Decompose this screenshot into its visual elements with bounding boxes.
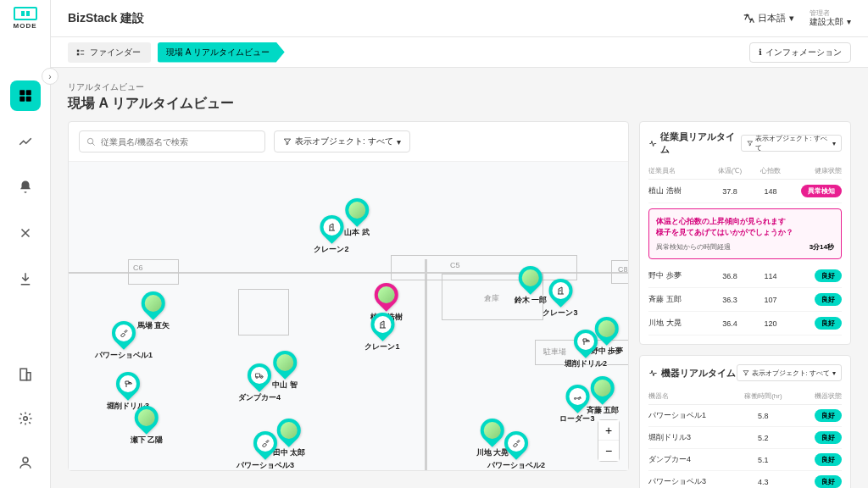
filter-icon (747, 140, 754, 147)
breadcrumb-current-label: 現場 A リアルタイムビュー (166, 47, 270, 58)
sidebar: MODE › (0, 0, 51, 488)
svg-rect-9 (77, 53, 80, 55)
pin-label: 瀬下 乙陽 (131, 435, 164, 446)
breadcrumb-current[interactable]: 現場 A リアルタイムビュー (158, 42, 285, 63)
map-pin[interactable]: クレーン3 (542, 279, 577, 319)
search-input-wrapper[interactable] (79, 130, 265, 152)
pin-marker (111, 367, 145, 401)
equipment-icon (323, 219, 340, 236)
chevron-down-icon: ▾ (789, 13, 794, 24)
status-badge: 良好 (815, 317, 842, 330)
page-supertitle: リアルタイムビュー (68, 81, 851, 93)
pin-marker (365, 308, 399, 341)
employee-row[interactable]: 野中 歩夢36.8114良好 (648, 264, 842, 288)
map-pin[interactable]: パワーショベル1 (95, 321, 153, 361)
nav-dashboard[interactable] (10, 80, 41, 111)
logo-text: MODE (14, 22, 37, 30)
pin-marker (370, 278, 403, 312)
avatar (378, 286, 395, 303)
nav-tools[interactable] (10, 218, 41, 248)
information-button[interactable]: ℹ インフォメーション (749, 42, 851, 63)
nav-account[interactable] (10, 447, 41, 478)
zone-parking: 駐車場 (543, 347, 566, 358)
nav-analytics[interactable] (10, 126, 41, 157)
status-badge: 良好 (815, 475, 842, 488)
nav-alerts[interactable] (10, 172, 41, 202)
nav-org[interactable] (10, 359, 41, 390)
breadcrumb-finder-label: ファインダー (90, 47, 141, 58)
equipment-icon (577, 333, 594, 350)
pin-marker (543, 274, 577, 308)
language-label: 日本語 (758, 12, 786, 25)
translate-icon (743, 13, 754, 25)
zoom-in-button[interactable]: + (598, 420, 619, 441)
employees-filter-button[interactable]: 表示オブジェクト: すべて ▾ (741, 135, 842, 152)
user-role: 管理者 (810, 9, 851, 18)
user-name: 建設太郎 (810, 17, 843, 27)
map-toolbar: 表示オブジェクト: すべて ▾ (69, 122, 628, 162)
pin-label: ダンプカー4 (238, 392, 281, 403)
building-icon (18, 367, 33, 382)
equipment-row[interactable]: パワーショベル34.3良好 (648, 471, 842, 488)
map-pin[interactable]: クレーン2 (314, 215, 348, 255)
map-filter-button[interactable]: 表示オブジェクト: すべて ▾ (274, 130, 410, 152)
employee-row-alert[interactable]: 植山 浩樹 37.8 148 異常検知 (648, 180, 842, 203)
svg-rect-4 (20, 369, 27, 380)
topbar: BizStack 建設 日本語 ▾ 管理者 建設太郎▾ (51, 0, 868, 37)
equipment-icon (508, 435, 525, 452)
employee-row[interactable]: 斉藤 五郎36.3107良好 (648, 288, 842, 312)
map-pin[interactable]: 堀削ドリル2 (565, 330, 607, 369)
map-pin[interactable]: 瀬下 乙陽 (131, 406, 164, 446)
chevron-down-icon: ▾ (397, 137, 401, 147)
employees-panel-title: 従業員リアルタイム (648, 130, 741, 156)
map-pin[interactable]: クレーン1 (364, 313, 399, 352)
zoom-out-button[interactable]: − (598, 441, 619, 461)
map-pin[interactable]: ローダー3 (559, 385, 594, 424)
map-pin[interactable]: パワーショベル3 (236, 431, 294, 470)
employee-row[interactable]: 川地 大晃36.4120良好 (648, 312, 842, 336)
pin-label: 堀削ドリル2 (565, 358, 607, 369)
pin-label: クレーン1 (364, 341, 399, 352)
nav-download[interactable] (10, 263, 41, 294)
equipment-row[interactable]: ダンプカー45.1良好 (648, 449, 842, 471)
avatar (522, 269, 539, 286)
user-menu[interactable]: 管理者 建設太郎▾ (810, 9, 851, 28)
pin-label: ローダー3 (559, 413, 594, 424)
employees-panel: 従業員リアルタイム 表示オブジェクト: すべて ▾ 従業員名 体温(℃) 心拍数… (639, 121, 851, 345)
avatar (138, 409, 155, 426)
map-card: 表示オブジェクト: すべて ▾ (68, 121, 629, 471)
nav-settings[interactable] (10, 403, 41, 434)
equipment-filter-button[interactable]: 表示オブジェクト: すべて ▾ (737, 364, 842, 381)
pin-label: 鈴木 一郎 (515, 295, 548, 306)
pin-marker (136, 286, 170, 320)
pin-marker (560, 380, 594, 413)
equipment-row[interactable]: 堀削ドリル35.2良好 (648, 427, 842, 449)
status-badge: 良好 (815, 453, 842, 466)
map-pin[interactable]: パワーショベル2 (487, 431, 545, 470)
language-selector[interactable]: 日本語 ▾ (743, 12, 794, 25)
svg-point-6 (23, 417, 27, 421)
avatar (145, 295, 162, 312)
map-pin[interactable]: ダンプカー4 (238, 363, 281, 403)
search-input[interactable] (101, 137, 258, 147)
breadcrumb-bar: ファインダー 現場 A リアルタイムビュー ℹ インフォメーション (51, 37, 868, 68)
zone-c8: C8 (618, 265, 628, 274)
svg-rect-3 (25, 97, 31, 102)
finder-icon (76, 48, 85, 57)
pin-marker (242, 358, 276, 392)
map-pin[interactable]: 鈴木 一郎 (515, 266, 548, 306)
pin-label: パワーショベル2 (487, 460, 545, 470)
svg-rect-5 (26, 373, 31, 380)
floor-map[interactable]: C6 C5 C8 倉庫 駐車場 C2 C3 山本 武クレーン2馬場 直矢パワーシ… (69, 162, 628, 470)
sidebar-expand-button[interactable]: › (42, 68, 58, 85)
equipment-row[interactable]: パワーショベル15.8良好 (648, 405, 842, 427)
svg-rect-0 (19, 90, 25, 95)
search-icon (86, 137, 96, 147)
zone-c5: C5 (450, 261, 460, 269)
pin-marker (499, 426, 533, 460)
avatar (348, 202, 365, 219)
status-badge: 良好 (815, 409, 842, 422)
breadcrumb-finder[interactable]: ファインダー (68, 42, 151, 63)
information-label: インフォメーション (765, 47, 842, 58)
pin-marker (107, 316, 141, 350)
